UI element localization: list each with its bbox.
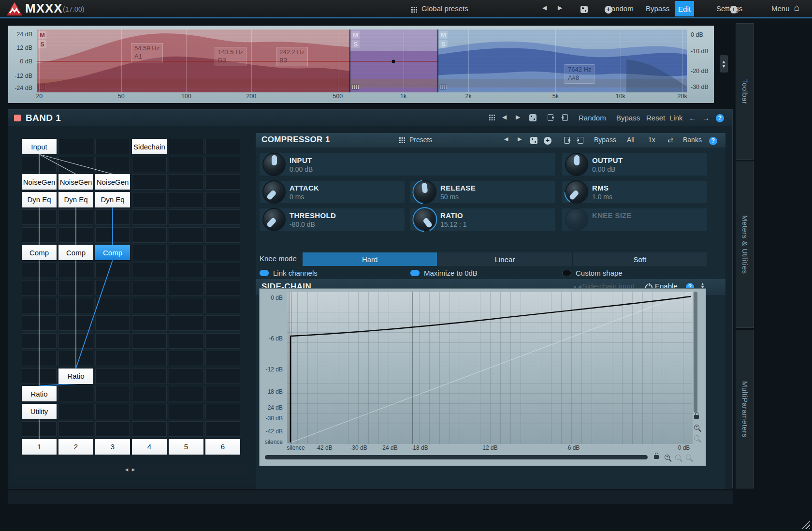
eq-plot-area[interactable]: M S M S M S [37,30,687,92]
matrix-cell[interactable] [132,369,167,384]
matrix-cell[interactable] [95,209,130,225]
input-knob-control[interactable]: INPUT 0.00 dB [260,153,555,176]
comp-all-button[interactable]: All [627,136,635,144]
matrix-cell[interactable] [132,209,167,225]
matrix-cell[interactable] [95,404,130,419]
toggle-pill[interactable] [562,270,571,276]
matrix-collapse-bar[interactable]: ◂ ▸ [14,463,247,475]
band-random-button[interactable]: Random [579,114,606,122]
matrix-cell[interactable] [132,298,167,313]
global-presets-button[interactable]: Global presets [421,4,468,13]
matrix-cell[interactable] [22,333,57,349]
module-comp[interactable]: Comp [58,245,93,260]
matrix-cell[interactable] [205,421,240,437]
matrix-cell[interactable] [95,333,130,349]
graph-zoom-out-icon[interactable] [694,435,699,441]
matrix-cell[interactable] [22,280,57,295]
band-reset-button[interactable]: Reset [646,114,665,122]
module-input[interactable]: Input [22,139,57,154]
matrix-slot-number[interactable]: 1 [22,439,57,455]
band-undo-icon[interactable]: ← [689,114,696,122]
matrix-cell[interactable] [95,369,130,384]
matrix-cell[interactable] [95,280,130,295]
matrix-cell[interactable] [22,351,57,366]
matrix-cell[interactable] [169,298,203,313]
matrix-cell[interactable] [95,227,130,243]
matrix-cell[interactable] [132,192,167,207]
matrix-cell[interactable] [169,192,203,207]
side-tab-multiparameters[interactable]: MultiParameters [736,330,754,488]
matrix-cell[interactable] [205,209,240,225]
matrix-cell[interactable] [95,157,130,172]
release-knob[interactable] [414,181,435,203]
matrix-cell[interactable] [22,157,57,172]
matrix-cell[interactable] [169,263,203,278]
matrix-cell[interactable] [22,315,57,331]
graph-bottom-zoom-out-icon[interactable] [675,455,681,460]
matrix-cell[interactable] [58,333,93,349]
output-knob-control[interactable]: OUTPUT 0.00 dB [562,153,707,176]
band-color-swatch[interactable] [14,115,21,121]
matrix-cell[interactable] [169,315,203,331]
random-preset-dice-icon[interactable] [580,6,588,13]
matrix-cell[interactable] [169,421,203,437]
matrix-cell[interactable] [205,315,240,331]
graph-bottom-lock-icon[interactable] [654,455,659,459]
matrix-cell[interactable] [205,263,240,278]
matrix-cell[interactable] [58,209,93,225]
matrix-cell[interactable] [22,298,57,313]
matrix-cell[interactable] [132,421,167,437]
comp-ab-icon[interactable]: ⇄ [667,136,673,144]
module-ratio[interactable]: Ratio [58,369,93,384]
matrix-cell[interactable] [205,174,240,190]
matrix-cell[interactable] [58,421,93,437]
graph-horizontal-scrollbar[interactable] [265,455,648,459]
matrix-cell[interactable] [58,280,93,295]
matrix-cell[interactable] [58,139,93,154]
matrix-slot-number[interactable]: 5 [169,439,203,455]
band-help-icon[interactable] [716,114,724,122]
matrix-cell[interactable] [205,369,240,384]
input-knob[interactable] [263,154,285,175]
comp-copy-icon[interactable] [564,137,570,144]
home-icon[interactable]: ⌂ [794,4,799,12]
knee-mode-option-linear[interactable]: Linear [437,252,572,266]
release-knob-control[interactable]: RELEASE 50 ms [410,181,555,203]
matrix-cell[interactable] [169,174,203,190]
matrix-cell[interactable] [58,298,93,313]
matrix-slot-number[interactable]: 4 [132,439,167,455]
matrix-cell[interactable] [95,139,130,154]
attack-knob[interactable] [263,181,285,203]
matrix-cell[interactable] [132,280,167,295]
module-ratio[interactable]: Ratio [22,386,57,401]
matrix-cell[interactable] [95,263,130,278]
matrix-cell[interactable] [205,227,240,243]
graph-zoom-in-icon[interactable] [694,425,699,430]
matrix-cell[interactable] [132,386,167,401]
matrix-cell[interactable] [205,157,240,172]
window-resize-grip[interactable] [801,520,810,529]
matrix-cell[interactable] [58,263,93,278]
matrix-cell[interactable] [58,351,93,366]
module-dyn-eq[interactable]: Dyn Eq [22,192,57,207]
matrix-cell[interactable] [132,404,167,419]
band-dice-icon[interactable] [529,114,536,121]
module-comp[interactable]: Comp [22,245,57,260]
matrix-cell[interactable] [95,351,130,366]
comp-dice-icon[interactable] [530,137,537,144]
matrix-cell[interactable] [95,298,130,313]
module-utility[interactable]: Utility [22,404,57,419]
side-tab-toolbar[interactable]: Toolbar [736,23,754,160]
edit-button[interactable]: Edit [675,1,694,16]
matrix-cell[interactable] [205,333,240,349]
module-comp[interactable]: Comp [95,245,130,260]
knee-mode-option-hard[interactable]: Hard [303,252,437,266]
toggle-pill[interactable] [260,270,269,276]
comp-presets-button[interactable]: Presets [409,136,432,144]
matrix-slot-number[interactable]: 2 [58,439,93,455]
band-next-icon[interactable]: ▶ [516,114,520,120]
matrix-cell[interactable] [132,333,167,349]
matrix-cell[interactable] [169,280,203,295]
rms-knob-control[interactable]: RMS 1.0 ms [562,181,707,203]
toggle-pill[interactable] [410,270,420,276]
